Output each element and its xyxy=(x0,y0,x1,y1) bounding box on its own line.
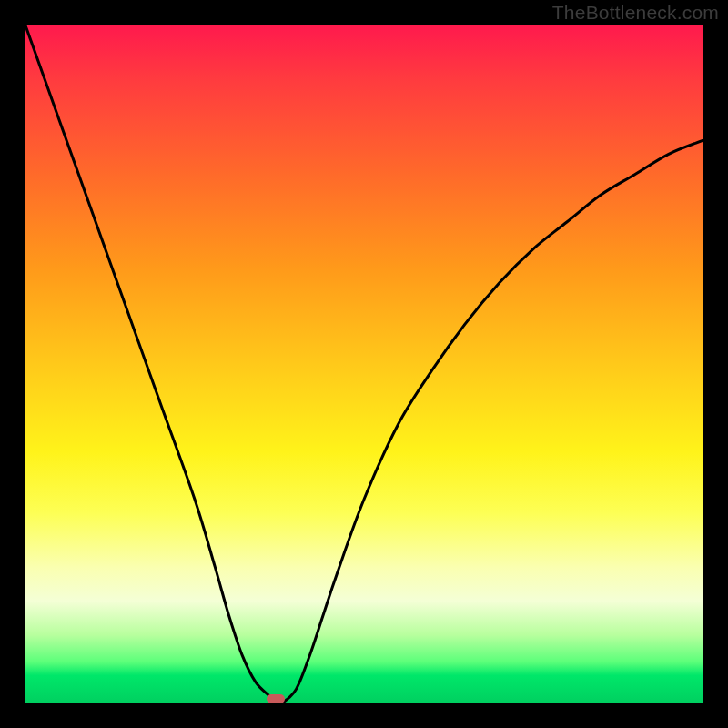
chart-frame: TheBottleneck.com xyxy=(0,0,728,728)
bottleneck-curve-path xyxy=(25,25,703,703)
chart-plot-area xyxy=(25,25,703,703)
min-marker xyxy=(267,694,285,703)
chart-curve xyxy=(25,25,703,703)
watermark-text: TheBottleneck.com xyxy=(552,2,719,24)
